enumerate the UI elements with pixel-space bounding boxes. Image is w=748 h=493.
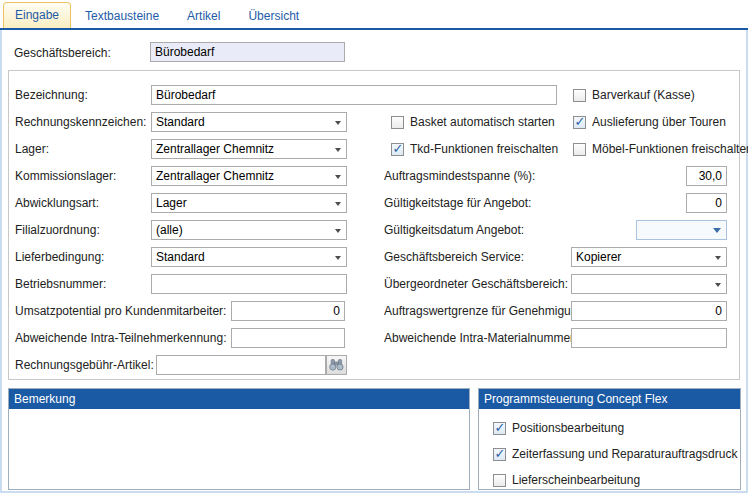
chevron-down-icon bbox=[715, 256, 721, 260]
chevron-down-icon bbox=[335, 229, 341, 233]
rechnungskennzeichen-label: Rechnungskennzeichen: bbox=[15, 115, 146, 129]
article-lookup-button[interactable] bbox=[326, 355, 347, 375]
rechnungskennzeichen-select[interactable]: Standard bbox=[151, 112, 347, 132]
tab-eingabe[interactable]: Eingabe bbox=[3, 2, 71, 28]
zeiterfassung-checkbox[interactable]: Zeiterfassung und Reparaturauftragsdruck bbox=[493, 446, 737, 462]
abwicklungsart-select[interactable]: Lager bbox=[151, 193, 347, 213]
gueltigkeitstage-input[interactable] bbox=[686, 193, 727, 213]
uebergeordneter-gb-label: Übergeordneter Geschäftsbereich: bbox=[384, 277, 568, 291]
betriebsnummer-input[interactable] bbox=[151, 274, 347, 294]
chevron-down-icon bbox=[715, 283, 721, 287]
lager-select[interactable]: Zentrallager Chemnitz bbox=[151, 139, 347, 159]
rechnungsgebuehr-artikel-label: Rechnungsgebühr-Artikel: bbox=[15, 358, 154, 372]
lager-label: Lager: bbox=[15, 142, 49, 156]
abwicklungsart-value: Lager bbox=[156, 196, 187, 210]
auftragsmindestspanne-label: Auftragsmindestspanne (%): bbox=[384, 169, 535, 183]
bemerkung-header: Bemerkung bbox=[9, 389, 469, 409]
main-groupbox: Bezeichnung: Rechnungskennzeichen: Lager… bbox=[8, 70, 740, 380]
lieferschein-checkbox-label: Lieferscheinbearbeitung bbox=[512, 473, 640, 487]
tab-uebersicht[interactable]: Übersicht bbox=[234, 4, 313, 28]
auftragsmindestspanne-input[interactable] bbox=[686, 166, 727, 186]
filialzuordnung-label: Filialzuordnung: bbox=[15, 223, 100, 237]
umsatzpotential-label: Umsatzpotential pro Kundenmitarbeiter: bbox=[15, 304, 226, 318]
programmsteuerung-header: Programmsteuerung Concept Flex bbox=[479, 389, 740, 409]
basket-checkbox[interactable]: Basket automatisch starten bbox=[391, 114, 555, 130]
business-area-editor-window: Eingabe Textbausteine Artikel Übersicht … bbox=[0, 0, 748, 493]
lieferbedingung-label: Lieferbedingung: bbox=[15, 250, 104, 264]
lieferschein-checkbox[interactable]: Lieferscheinbearbeitung bbox=[493, 472, 640, 488]
kommissionslager-value: Zentrallager Chemnitz bbox=[156, 169, 274, 183]
checkbox-box-icon bbox=[391, 116, 404, 129]
checkbox-box-icon bbox=[573, 116, 586, 129]
kommissionslager-label: Kommissionslager: bbox=[15, 169, 116, 183]
lieferbedingung-value: Standard bbox=[156, 250, 205, 264]
tab-artikel[interactable]: Artikel bbox=[173, 4, 234, 28]
lieferbedingung-select[interactable]: Standard bbox=[151, 247, 347, 267]
auslieferung-checkbox-label: Auslieferung über Touren bbox=[592, 115, 726, 129]
bemerkung-panel: Bemerkung bbox=[8, 388, 470, 490]
tab-strip: Eingabe Textbausteine Artikel Übersicht bbox=[3, 3, 313, 28]
checkbox-box-icon bbox=[573, 89, 586, 102]
chevron-down-icon bbox=[335, 202, 341, 206]
intra-materialnummer-input[interactable] bbox=[571, 328, 727, 348]
kommissionslager-select[interactable]: Zentrallager Chemnitz bbox=[151, 166, 347, 186]
checkbox-box-icon bbox=[573, 143, 586, 156]
chevron-down-icon bbox=[335, 148, 341, 152]
zeiterfassung-checkbox-label: Zeiterfassung und Reparaturauftragsdruck bbox=[512, 447, 737, 461]
bezeichnung-input[interactable] bbox=[151, 85, 557, 105]
auftragswertgrenze-label: Auftragswertgrenze für Genehmigung bbox=[384, 304, 584, 318]
uebergeordneter-gb-select[interactable] bbox=[571, 274, 727, 294]
checkbox-box-icon bbox=[493, 448, 506, 461]
gueltigkeitstage-label: Gültigkeitstage für Angebot: bbox=[384, 196, 531, 210]
filialzuordnung-value: (alle) bbox=[156, 223, 183, 237]
auftragswertgrenze-input[interactable] bbox=[571, 301, 727, 321]
chevron-down-icon bbox=[713, 228, 721, 233]
checkbox-box-icon bbox=[493, 422, 506, 435]
checkbox-box-icon bbox=[493, 474, 506, 487]
rechnungsgebuehr-artikel-input[interactable] bbox=[156, 355, 326, 375]
tkd-checkbox-label: Tkd-Funktionen freischalten bbox=[410, 142, 558, 156]
business-area-label: Geschäftsbereich: bbox=[14, 46, 111, 60]
chevron-down-icon bbox=[335, 121, 341, 125]
tkd-checkbox[interactable]: Tkd-Funktionen freischalten bbox=[391, 141, 558, 157]
moebel-checkbox-label: Möbel-Funktionen freischalten bbox=[592, 142, 748, 156]
gb-service-label: Geschäftsbereich Service: bbox=[384, 250, 524, 264]
auslieferung-checkbox[interactable]: Auslieferung über Touren bbox=[573, 114, 726, 130]
positionsbearbeitung-checkbox[interactable]: Positionsbearbeitung bbox=[493, 420, 624, 436]
chevron-down-icon bbox=[335, 175, 341, 179]
panel-left-border bbox=[0, 30, 2, 493]
gueltigkeitsdatum-datepicker[interactable] bbox=[636, 220, 727, 240]
bemerkung-textarea[interactable] bbox=[9, 409, 469, 489]
intra-teilnehmerkennung-label: Abweichende Intra-Teilnehmerkennung: bbox=[15, 331, 226, 345]
intra-teilnehmerkennung-input[interactable] bbox=[231, 328, 345, 348]
tab-underline bbox=[0, 28, 748, 30]
barverkauf-checkbox-label: Barverkauf (Kasse) bbox=[592, 88, 695, 102]
bezeichnung-label: Bezeichnung: bbox=[15, 88, 88, 102]
intra-materialnummer-label: Abweichende Intra-Materialnummer: bbox=[384, 331, 577, 345]
lager-value: Zentrallager Chemnitz bbox=[156, 142, 274, 156]
abwicklungsart-label: Abwicklungsart: bbox=[15, 196, 99, 210]
business-area-field[interactable]: Bürobedarf bbox=[150, 42, 345, 62]
moebel-checkbox[interactable]: Möbel-Funktionen freischalten bbox=[573, 141, 748, 157]
rechnungskennzeichen-value: Standard bbox=[156, 115, 205, 129]
gb-service-select[interactable]: Kopierer bbox=[571, 247, 727, 267]
gb-service-value: Kopierer bbox=[576, 250, 621, 264]
tab-textbausteine[interactable]: Textbausteine bbox=[71, 4, 173, 28]
checkbox-box-icon bbox=[391, 143, 404, 156]
basket-checkbox-label: Basket automatisch starten bbox=[410, 115, 555, 129]
betriebsnummer-label: Betriebsnummer: bbox=[15, 277, 106, 291]
umsatzpotential-input[interactable] bbox=[231, 301, 345, 321]
chevron-down-icon bbox=[335, 256, 341, 260]
filialzuordnung-select[interactable]: (alle) bbox=[151, 220, 347, 240]
positionsbearbeitung-checkbox-label: Positionsbearbeitung bbox=[512, 421, 624, 435]
binoculars-icon bbox=[329, 359, 344, 371]
barverkauf-checkbox[interactable]: Barverkauf (Kasse) bbox=[573, 87, 695, 103]
programmsteuerung-panel: Programmsteuerung Concept Flex Positions… bbox=[478, 388, 741, 490]
gueltigkeitsdatum-label: Gültigkeitsdatum Angebot: bbox=[384, 223, 524, 237]
